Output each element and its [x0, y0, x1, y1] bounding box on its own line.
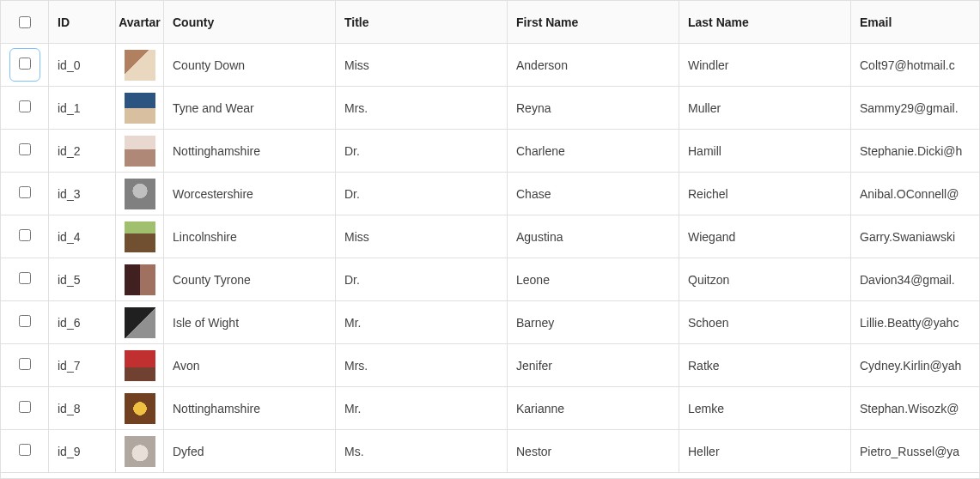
row-checkbox-cell — [1, 215, 49, 258]
cell-last-name: Muller — [679, 87, 851, 129]
cell-id: id_5 — [49, 258, 116, 300]
cell-avatar — [116, 344, 164, 386]
table-row[interactable]: id_7AvonMrs.JeniferRatkeCydney.Kirlin@ya… — [1, 344, 979, 387]
cell-first-name: Barney — [508, 301, 679, 343]
cell-avatar — [116, 130, 164, 172]
cell-first-name: Agustina — [508, 215, 679, 258]
cell-last-name: Lemke — [679, 387, 851, 429]
avatar — [125, 179, 155, 209]
row-checkbox-cell — [1, 430, 49, 472]
table-row[interactable]: id_8NottinghamshireMr.KarianneLemkeSteph… — [1, 387, 979, 430]
cell-email: Anibal.OConnell@ — [851, 173, 979, 215]
row-checkbox[interactable] — [19, 272, 31, 284]
table-row[interactable]: id_1Tyne and WearMrs.ReynaMullerSammy29@… — [1, 87, 979, 130]
avatar — [125, 393, 155, 424]
row-checkbox[interactable] — [19, 58, 31, 70]
cell-title: Dr. — [336, 130, 508, 172]
cell-last-name: Ratke — [679, 344, 851, 386]
cell-avatar — [116, 87, 164, 129]
cell-email: Pietro_Russel@ya — [851, 430, 979, 472]
cell-avatar — [116, 301, 164, 343]
header-first-name[interactable]: First Name — [508, 1, 679, 43]
cell-county: Dyfed — [164, 430, 336, 472]
cell-email: Davion34@gmail. — [851, 258, 979, 300]
row-checkbox[interactable] — [19, 186, 31, 198]
row-checkbox-cell — [1, 173, 49, 215]
cell-first-name: Leone — [508, 258, 679, 300]
cell-last-name: Heller — [679, 430, 851, 472]
avatar — [125, 221, 155, 252]
row-checkbox-cell — [1, 387, 49, 429]
cell-first-name: Karianne — [508, 387, 679, 429]
avatar — [125, 264, 155, 295]
cell-county: Nottinghamshire — [164, 387, 336, 429]
table-row[interactable]: id_2NottinghamshireDr.CharleneHamillStep… — [1, 130, 979, 173]
row-checkbox[interactable] — [19, 315, 31, 327]
header-avatar[interactable]: Avartar — [116, 1, 164, 43]
header-last-name[interactable]: Last Name — [679, 1, 851, 43]
row-checkbox[interactable] — [19, 143, 31, 155]
cell-county: Lincolnshire — [164, 215, 336, 258]
data-grid: ID Avartar County Title First Name Last … — [0, 0, 980, 479]
row-checkbox[interactable] — [19, 444, 31, 456]
avatar — [125, 436, 155, 467]
cell-title: Mr. — [336, 301, 508, 343]
cell-avatar — [116, 215, 164, 258]
cell-county: County Tyrone — [164, 258, 336, 300]
select-all-checkbox[interactable] — [19, 16, 31, 28]
cell-title: Ms. — [336, 430, 508, 472]
cell-title: Mr. — [336, 387, 508, 429]
cell-first-name: Charlene — [508, 130, 679, 172]
cell-email: Lillie.Beatty@yahc — [851, 301, 979, 343]
cell-last-name: Hamill — [679, 130, 851, 172]
row-checkbox[interactable] — [19, 401, 31, 413]
cell-title: Miss — [336, 215, 508, 258]
table-row[interactable]: id_9DyfedMs.NestorHellerPietro_Russel@ya — [1, 430, 979, 473]
row-checkbox-cell — [1, 344, 49, 386]
cell-id: id_4 — [49, 215, 116, 258]
cell-email: Stephan.Wisozk@ — [851, 387, 979, 429]
cell-title: Dr. — [336, 258, 508, 300]
row-checkbox-cell — [1, 130, 49, 172]
header-email[interactable]: Email — [851, 1, 980, 43]
cell-first-name: Nestor — [508, 430, 679, 472]
cell-avatar — [116, 258, 164, 300]
avatar — [125, 50, 155, 81]
row-checkbox-cell — [1, 258, 49, 300]
cell-email: Stephanie.Dicki@h — [851, 130, 979, 172]
cell-id: id_6 — [49, 301, 116, 343]
cell-first-name: Reyna — [508, 87, 679, 129]
row-checkbox[interactable] — [19, 229, 31, 241]
table-row[interactable]: id_3WorcestershireDr.ChaseReichelAnibal.… — [1, 173, 979, 215]
cell-id: id_3 — [49, 173, 116, 215]
grid-body[interactable]: id_0County DownMissAndersonWindlerColt97… — [1, 44, 979, 478]
cell-county: Tyne and Wear — [164, 87, 336, 129]
avatar — [125, 93, 155, 124]
row-checkbox-cell — [1, 44, 49, 86]
cell-last-name: Windler — [679, 44, 851, 86]
cell-last-name: Schoen — [679, 301, 851, 343]
header-row: ID Avartar County Title First Name Last … — [1, 1, 979, 44]
table-row[interactable]: id_4LincolnshireMissAgustinaWiegandGarry… — [1, 215, 979, 258]
cell-county: Worcestershire — [164, 173, 336, 215]
cell-last-name: Quitzon — [679, 258, 851, 300]
cell-email: Garry.Swaniawski — [851, 215, 979, 258]
table-row[interactable]: id_0County DownMissAndersonWindlerColt97… — [1, 44, 979, 87]
cell-first-name: Anderson — [508, 44, 679, 86]
cell-avatar — [116, 173, 164, 215]
table-row[interactable]: id_5County TyroneDr.LeoneQuitzonDavion34… — [1, 258, 979, 301]
header-county[interactable]: County — [164, 1, 336, 43]
cell-title: Mrs. — [336, 87, 508, 129]
header-checkbox-cell — [1, 1, 49, 43]
row-checkbox[interactable] — [19, 358, 31, 370]
header-title[interactable]: Title — [336, 1, 508, 43]
header-id[interactable]: ID — [49, 1, 116, 43]
cell-email: Sammy29@gmail. — [851, 87, 979, 129]
table-row[interactable]: id_6Isle of WightMr.BarneySchoenLillie.B… — [1, 301, 979, 344]
cell-avatar — [116, 430, 164, 472]
cell-id: id_0 — [49, 44, 116, 86]
cell-id: id_8 — [49, 387, 116, 429]
row-checkbox[interactable] — [19, 100, 31, 112]
row-checkbox-cell — [1, 87, 49, 129]
avatar — [125, 350, 155, 381]
